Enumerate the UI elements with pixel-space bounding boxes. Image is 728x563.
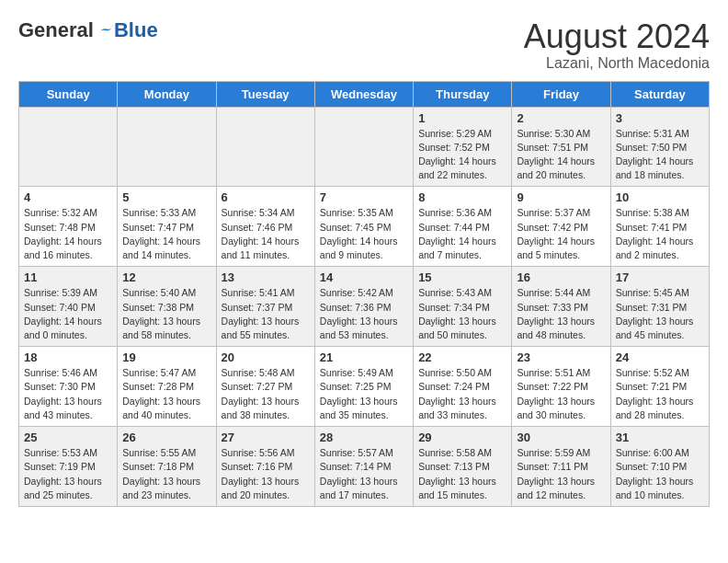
day-info: Sunrise: 5:50 AMSunset: 7:24 PMDaylight:…: [418, 366, 506, 422]
day-number: 2: [517, 111, 605, 125]
calendar-cell: 9Sunrise: 5:37 AMSunset: 7:42 PMDaylight…: [512, 187, 610, 267]
weekday-header-thursday: Thursday: [414, 81, 512, 107]
calendar-cell: 26Sunrise: 5:55 AMSunset: 7:18 PMDayligh…: [118, 427, 216, 507]
calendar-cell: 1Sunrise: 5:29 AMSunset: 7:52 PMDaylight…: [414, 107, 512, 187]
calendar-body: 1Sunrise: 5:29 AMSunset: 7:52 PMDaylight…: [19, 107, 710, 506]
day-number: 29: [418, 431, 506, 444]
logo-general-text: General: [18, 18, 94, 42]
weekday-header-saturday: Saturday: [610, 81, 709, 107]
weekday-header-row: SundayMondayTuesdayWednesdayThursdayFrid…: [19, 81, 710, 107]
calendar-cell: [19, 107, 118, 187]
calendar-header: SundayMondayTuesdayWednesdayThursdayFrid…: [19, 81, 710, 107]
day-number: 31: [616, 431, 704, 444]
day-number: 19: [122, 350, 210, 364]
day-info: Sunrise: 5:32 AMSunset: 7:48 PMDaylight:…: [24, 206, 112, 262]
day-info: Sunrise: 5:34 AMSunset: 7:46 PMDaylight:…: [222, 206, 310, 262]
calendar-cell: 18Sunrise: 5:46 AMSunset: 7:30 PMDayligh…: [19, 347, 118, 427]
calendar-cell: 22Sunrise: 5:50 AMSunset: 7:24 PMDayligh…: [414, 347, 512, 427]
day-info: Sunrise: 6:00 AMSunset: 7:10 PMDaylight:…: [616, 446, 704, 502]
logo-blue-text: Blue: [114, 18, 158, 42]
day-number: 15: [418, 270, 506, 284]
day-number: 12: [122, 270, 210, 284]
day-number: 9: [517, 190, 605, 204]
day-info: Sunrise: 5:35 AMSunset: 7:45 PMDaylight:…: [320, 206, 408, 262]
day-info: Sunrise: 5:41 AMSunset: 7:37 PMDaylight:…: [222, 286, 310, 342]
calendar-cell: 4Sunrise: 5:32 AMSunset: 7:48 PMDaylight…: [19, 187, 118, 267]
calendar-cell: [314, 107, 413, 187]
calendar-cell: 5Sunrise: 5:33 AMSunset: 7:47 PMDaylight…: [118, 187, 216, 267]
day-info: Sunrise: 5:30 AMSunset: 7:51 PMDaylight:…: [517, 127, 605, 183]
calendar-cell: 20Sunrise: 5:48 AMSunset: 7:27 PMDayligh…: [216, 347, 314, 427]
calendar-cell: 13Sunrise: 5:41 AMSunset: 7:37 PMDayligh…: [216, 267, 314, 347]
calendar-cell: [216, 107, 314, 187]
calendar-cell: 24Sunrise: 5:52 AMSunset: 7:21 PMDayligh…: [610, 347, 709, 427]
day-number: 25: [24, 431, 112, 444]
day-number: 26: [122, 431, 210, 444]
title-area: August 2024 Lazani, North Macedonia: [524, 18, 710, 72]
day-number: 10: [616, 190, 704, 204]
day-number: 1: [418, 111, 506, 125]
location-subtitle: Lazani, North Macedonia: [524, 55, 710, 72]
weekday-header-friday: Friday: [512, 81, 610, 107]
calendar-cell: 10Sunrise: 5:38 AMSunset: 7:41 PMDayligh…: [610, 187, 709, 267]
day-info: Sunrise: 5:46 AMSunset: 7:30 PMDaylight:…: [24, 366, 112, 422]
day-number: 4: [24, 190, 112, 204]
day-number: 23: [517, 350, 605, 364]
calendar-week-row: 11Sunrise: 5:39 AMSunset: 7:40 PMDayligh…: [19, 267, 710, 347]
day-info: Sunrise: 5:49 AMSunset: 7:25 PMDaylight:…: [320, 366, 408, 422]
calendar-cell: 19Sunrise: 5:47 AMSunset: 7:28 PMDayligh…: [118, 347, 216, 427]
calendar-table: SundayMondayTuesdayWednesdayThursdayFrid…: [18, 81, 710, 507]
day-info: Sunrise: 5:45 AMSunset: 7:31 PMDaylight:…: [616, 286, 704, 342]
calendar-cell: 7Sunrise: 5:35 AMSunset: 7:45 PMDaylight…: [314, 187, 413, 267]
day-info: Sunrise: 5:53 AMSunset: 7:19 PMDaylight:…: [24, 446, 112, 502]
calendar-cell: 17Sunrise: 5:45 AMSunset: 7:31 PMDayligh…: [610, 267, 709, 347]
day-number: 11: [24, 270, 112, 284]
day-info: Sunrise: 5:47 AMSunset: 7:28 PMDaylight:…: [122, 366, 210, 422]
weekday-header-monday: Monday: [118, 81, 216, 107]
day-number: 22: [418, 350, 506, 364]
day-info: Sunrise: 5:44 AMSunset: 7:33 PMDaylight:…: [517, 286, 605, 342]
day-info: Sunrise: 5:38 AMSunset: 7:41 PMDaylight:…: [616, 206, 704, 262]
weekday-header-wednesday: Wednesday: [314, 81, 413, 107]
day-number: 18: [24, 350, 112, 364]
day-number: 3: [616, 111, 704, 125]
calendar-cell: 2Sunrise: 5:30 AMSunset: 7:51 PMDaylight…: [512, 107, 610, 187]
calendar-cell: 29Sunrise: 5:58 AMSunset: 7:13 PMDayligh…: [414, 427, 512, 507]
day-info: Sunrise: 5:56 AMSunset: 7:16 PMDaylight:…: [222, 446, 310, 502]
day-number: 28: [320, 431, 408, 444]
calendar-cell: 11Sunrise: 5:39 AMSunset: 7:40 PMDayligh…: [19, 267, 118, 347]
day-info: Sunrise: 5:51 AMSunset: 7:22 PMDaylight:…: [517, 366, 605, 422]
day-number: 30: [517, 431, 605, 444]
day-number: 5: [122, 190, 210, 204]
calendar-week-row: 4Sunrise: 5:32 AMSunset: 7:48 PMDaylight…: [19, 187, 710, 267]
calendar-week-row: 25Sunrise: 5:53 AMSunset: 7:19 PMDayligh…: [19, 427, 710, 507]
day-number: 20: [222, 350, 310, 364]
day-number: 16: [517, 270, 605, 284]
day-info: Sunrise: 5:29 AMSunset: 7:52 PMDaylight:…: [418, 127, 506, 183]
logo: General Blue: [18, 18, 158, 42]
calendar-cell: [118, 107, 216, 187]
weekday-header-tuesday: Tuesday: [216, 81, 314, 107]
calendar-cell: 16Sunrise: 5:44 AMSunset: 7:33 PMDayligh…: [512, 267, 610, 347]
calendar-week-row: 1Sunrise: 5:29 AMSunset: 7:52 PMDaylight…: [19, 107, 710, 187]
logo-bird-icon: [96, 21, 114, 40]
day-info: Sunrise: 5:48 AMSunset: 7:27 PMDaylight:…: [222, 366, 310, 422]
day-info: Sunrise: 5:43 AMSunset: 7:34 PMDaylight:…: [418, 286, 506, 342]
page-header: General Blue August 2024 Lazani, North M…: [18, 18, 710, 72]
calendar-cell: 6Sunrise: 5:34 AMSunset: 7:46 PMDaylight…: [216, 187, 314, 267]
calendar-cell: 23Sunrise: 5:51 AMSunset: 7:22 PMDayligh…: [512, 347, 610, 427]
day-number: 6: [222, 190, 310, 204]
calendar-cell: 27Sunrise: 5:56 AMSunset: 7:16 PMDayligh…: [216, 427, 314, 507]
day-number: 21: [320, 350, 408, 364]
day-info: Sunrise: 5:57 AMSunset: 7:14 PMDaylight:…: [320, 446, 408, 502]
day-number: 7: [320, 190, 408, 204]
day-number: 13: [222, 270, 310, 284]
calendar-cell: 15Sunrise: 5:43 AMSunset: 7:34 PMDayligh…: [414, 267, 512, 347]
calendar-week-row: 18Sunrise: 5:46 AMSunset: 7:30 PMDayligh…: [19, 347, 710, 427]
calendar-cell: 28Sunrise: 5:57 AMSunset: 7:14 PMDayligh…: [314, 427, 413, 507]
day-info: Sunrise: 5:36 AMSunset: 7:44 PMDaylight:…: [418, 206, 506, 262]
weekday-header-sunday: Sunday: [19, 81, 118, 107]
day-number: 8: [418, 190, 506, 204]
day-info: Sunrise: 5:58 AMSunset: 7:13 PMDaylight:…: [418, 446, 506, 502]
calendar-cell: 14Sunrise: 5:42 AMSunset: 7:36 PMDayligh…: [314, 267, 413, 347]
